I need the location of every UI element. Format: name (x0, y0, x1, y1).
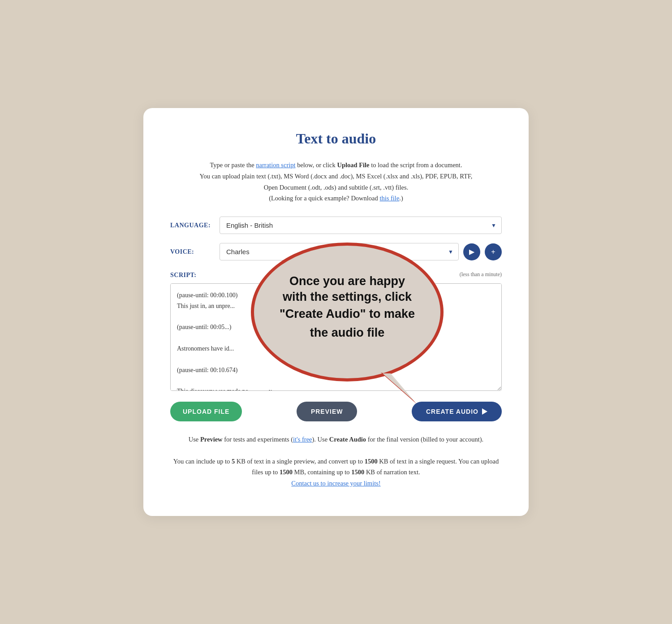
script-textarea[interactable]: (pause-until: 00:00.100) This just in, a… (170, 283, 502, 391)
preview-button[interactable]: PREVIEW (297, 402, 358, 421)
voice-select-wrapper: Charles Alice Bob Diana ▼ (220, 243, 459, 260)
upload-file-button[interactable]: UPLOAD FILE (170, 402, 242, 421)
contact-link[interactable]: Contact us to increase your limits! (291, 480, 380, 487)
voice-field-row: VOICE: Charles Alice Bob Diana ▼ ▶ + (170, 243, 502, 260)
language-select[interactable]: English - British English - US English -… (220, 217, 502, 234)
script-section: SCRIPT: (less than a minute) (pause-unti… (170, 269, 502, 393)
voice-play-button[interactable]: ▶ (463, 243, 480, 260)
play-icon: ▶ (469, 247, 474, 256)
its-free-link[interactable]: it's free (293, 436, 312, 443)
description: Type or paste the narration script below… (170, 160, 502, 204)
info-text: Use Preview for tests and experiments (i… (170, 434, 502, 445)
create-audio-button[interactable]: CREATE AUDIO (412, 402, 502, 421)
action-buttons-row: UPLOAD FILE PREVIEW CREATE AUDIO (170, 402, 502, 421)
voice-select[interactable]: Charles Alice Bob Diana (220, 243, 459, 260)
language-select-wrapper: English - British English - US English -… (220, 217, 502, 234)
limits-text: You can include up to 5 KB of text in a … (170, 456, 502, 489)
narration-script-link[interactable]: narration script (256, 161, 295, 169)
script-duration: (less than a minute) (220, 269, 502, 278)
plus-icon: + (491, 248, 495, 256)
this-file-link[interactable]: this file (379, 195, 399, 202)
create-audio-label: CREATE AUDIO (426, 408, 478, 415)
language-field-row: LANGUAGE: English - British English - US… (170, 217, 502, 234)
language-label: LANGUAGE: (170, 222, 220, 229)
create-audio-play-icon (482, 408, 487, 415)
voice-label: VOICE: (170, 248, 220, 256)
voice-controls: Charles Alice Bob Diana ▼ ▶ + (220, 243, 502, 260)
page-title: Text to audio (170, 130, 502, 147)
script-header: SCRIPT: (less than a minute) (170, 269, 502, 281)
script-label: SCRIPT: (170, 272, 220, 279)
main-card: Text to audio Type or paste the narratio… (143, 108, 529, 516)
voice-add-button[interactable]: + (485, 243, 502, 260)
